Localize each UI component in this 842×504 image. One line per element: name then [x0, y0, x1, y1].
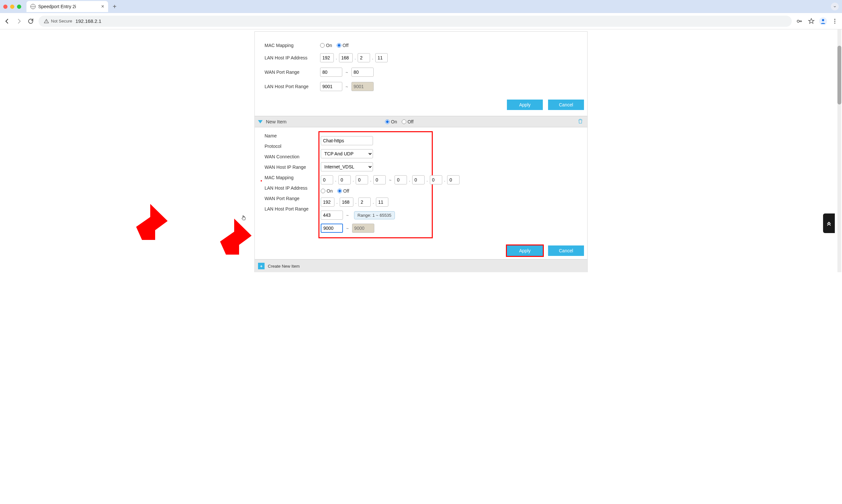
- reload-button[interactable]: [27, 17, 35, 25]
- new-item-header[interactable]: New Item On Off: [255, 116, 587, 127]
- wan-ip-start-o1[interactable]: [321, 175, 333, 184]
- mac-on-radio-1[interactable]: On: [320, 43, 332, 48]
- create-new-item-row: + Create New Item: [255, 259, 587, 272]
- wan-connection-label: WAN Connection: [255, 154, 318, 159]
- port-range-tooltip: Range: 1 ~ 65535: [354, 211, 395, 219]
- highlight-box-annotation: TCP And UDP Internet_VDSL . . .: [318, 131, 433, 238]
- minimize-window-button[interactable]: [10, 4, 14, 9]
- forward-button[interactable]: [15, 17, 23, 25]
- wan-connection-select[interactable]: Internet_VDSL: [321, 162, 373, 172]
- cancel-button-1[interactable]: Cancel: [548, 100, 584, 110]
- close-window-button[interactable]: [3, 4, 7, 9]
- mac-mapping-label-2: MAC Mapping: [255, 175, 318, 180]
- tab-title: Speedport Entry 2i: [38, 4, 99, 9]
- name-label: Name: [255, 133, 318, 139]
- scrollbar-thumb[interactable]: [838, 46, 841, 105]
- wan-ip-start-o4[interactable]: [373, 175, 386, 184]
- lan-port-label-2: LAN Host Port Range: [255, 206, 318, 212]
- lan-ip1-o1[interactable]: [320, 53, 334, 62]
- mac-mapping-label: MAC Mapping: [255, 43, 320, 48]
- scroll-to-top-button[interactable]: [823, 214, 835, 233]
- delete-item-button[interactable]: [577, 118, 583, 125]
- section-title: New Item: [266, 119, 286, 124]
- name-input[interactable]: [321, 136, 373, 145]
- plus-icon[interactable]: +: [258, 263, 265, 269]
- collapse-triangle-icon[interactable]: [258, 120, 263, 123]
- wan-port-label-1: WAN Port Range: [255, 70, 320, 75]
- lan-ip1-o3[interactable]: [358, 53, 370, 62]
- lan-port-start-1[interactable]: [320, 82, 342, 91]
- lan-port-label-1: LAN Host Port Range: [255, 84, 320, 89]
- mac-off-radio-2[interactable]: Off: [337, 188, 349, 194]
- wan-port-end-1[interactable]: [351, 68, 374, 77]
- browser-tab[interactable]: Speedport Entry 2i ×: [27, 1, 108, 12]
- mac-on-radio-2[interactable]: On: [321, 188, 333, 194]
- content-viewport: x MAC Mapping On Off LAN Host IP Address: [0, 30, 842, 272]
- cancel-button-2[interactable]: Cancel: [548, 246, 584, 256]
- maximize-window-button[interactable]: [17, 4, 21, 9]
- lan-ip2-o4[interactable]: [376, 197, 388, 206]
- wan-ip-start-o3[interactable]: [356, 175, 368, 184]
- new-tab-button[interactable]: +: [113, 3, 117, 11]
- warning-icon: [44, 19, 49, 24]
- item-off-radio[interactable]: Off: [402, 119, 414, 124]
- lan-ip1-o2[interactable]: [339, 53, 353, 62]
- svg-point-3: [834, 21, 835, 21]
- apply-button-2[interactable]: Apply: [507, 246, 543, 256]
- wan-host-ip-range-label: WAN Host IP Range: [255, 164, 318, 170]
- wan-port-start-2[interactable]: [321, 211, 343, 220]
- lan-port-start-2[interactable]: [321, 223, 343, 233]
- apply-button-1[interactable]: Apply: [507, 100, 543, 110]
- lan-host-ip-label-2: LAN Host IP Address: [255, 185, 318, 191]
- mac-mapping-radio-group-1: On Off: [320, 43, 587, 48]
- wan-port-start-1[interactable]: [320, 68, 342, 77]
- lan-port-end-2: [352, 223, 374, 233]
- url-text: 192.168.2.1: [75, 18, 101, 24]
- wan-ip-end-o2[interactable]: [412, 175, 425, 184]
- back-button[interactable]: [3, 17, 11, 25]
- svg-point-4: [834, 22, 835, 23]
- lan-ip2-o1[interactable]: [321, 197, 334, 206]
- browser-chrome: Speedport Entry 2i × + Not Secure 192.16…: [0, 0, 842, 30]
- wan-port-label-2: WAN Port Range: [255, 196, 318, 201]
- lan-ip2-o3[interactable]: [358, 197, 371, 206]
- lan-port-end-1: [351, 82, 374, 91]
- lan-host-ip-label-1: LAN Host IP Address: [255, 55, 320, 60]
- protocol-label: Protocol: [255, 144, 318, 149]
- protocol-select[interactable]: TCP And UDP: [321, 149, 373, 158]
- globe-icon: [30, 4, 36, 9]
- profile-button[interactable]: [819, 17, 827, 25]
- lan-ip2-o2[interactable]: [340, 197, 353, 206]
- red-dot-annotation: [261, 180, 262, 181]
- lan-ip1-o4[interactable]: [375, 53, 388, 62]
- svg-point-2: [834, 19, 835, 20]
- wan-ip-end-o3[interactable]: [430, 175, 442, 184]
- kebab-menu-button[interactable]: [831, 17, 839, 25]
- wan-ip-start-o2[interactable]: [338, 175, 351, 184]
- bookmark-star-icon[interactable]: [807, 17, 815, 25]
- password-key-icon[interactable]: [796, 17, 804, 25]
- wan-ip-end-o1[interactable]: [394, 175, 407, 184]
- wan-ip-end-o4[interactable]: [447, 175, 459, 184]
- close-tab-icon[interactable]: ×: [101, 4, 104, 10]
- security-indicator[interactable]: Not Secure: [44, 19, 72, 24]
- address-bar[interactable]: Not Secure 192.168.2.1: [38, 16, 792, 27]
- svg-point-0: [797, 20, 800, 22]
- window-controls: [3, 4, 21, 9]
- mac-off-radio-1[interactable]: Off: [337, 43, 349, 48]
- item-enable-radio-group: On Off: [385, 119, 414, 124]
- item-on-radio[interactable]: On: [385, 119, 397, 124]
- tabs-dropdown-button[interactable]: [831, 3, 839, 11]
- create-new-item-label[interactable]: Create New Item: [268, 264, 300, 269]
- svg-point-1: [822, 19, 824, 21]
